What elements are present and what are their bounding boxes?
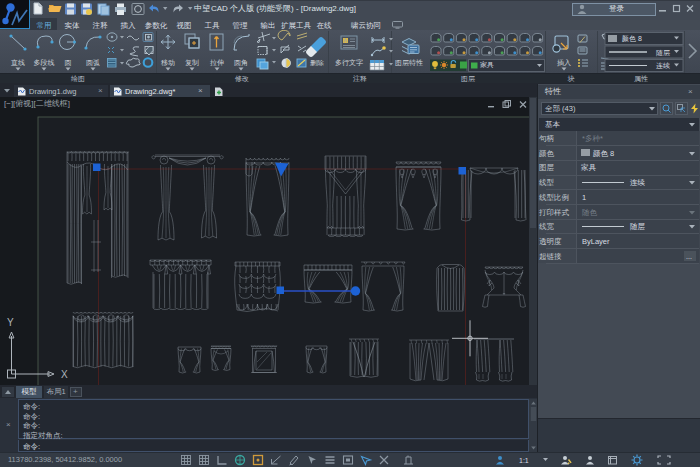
svg-text:X: X (61, 369, 68, 380)
svg-text:Y: Y (7, 317, 14, 328)
